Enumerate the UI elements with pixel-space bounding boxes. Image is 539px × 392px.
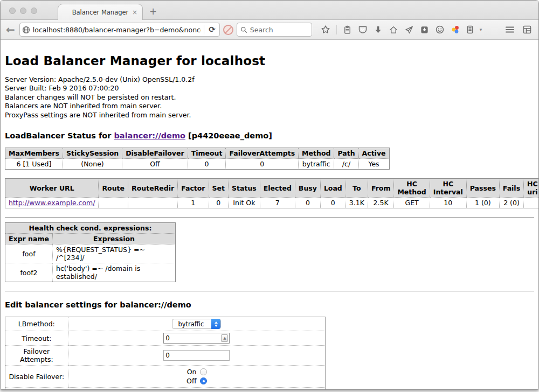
pocket-icon[interactable] [358,25,368,34]
table-header-row: MaxMembers StickySession DisableFailover… [5,148,390,159]
hello-chat-icon[interactable] [435,25,445,34]
search-bar[interactable]: Search [237,23,312,37]
radio-off-label: Off [186,377,196,385]
zoom-window-button[interactable] [31,8,37,14]
server-built-line: Server Built: Feb 9 2016 07:00:20 [5,84,534,93]
lbmethod-row: LBmethod: bytraffic [5,317,326,331]
health-title-row: Health check cond. expressions: [5,223,176,234]
cell-disablefailover: Off [122,159,188,170]
health-row: foof2 hc('body') =~ /domain is establish… [5,263,176,282]
reading-list-icon[interactable] [343,25,352,34]
send-tab-icon[interactable] [404,25,414,34]
url-text: localhost:8880/balancer-manager?b=demo&n… [33,26,201,34]
toolbar-separator [336,25,337,34]
col-to: To [345,179,368,198]
cell-expr-name: foof [5,244,53,263]
col-expression: Expression [53,234,176,244]
radio-off[interactable] [200,377,207,384]
minimize-window-button[interactable] [20,8,26,14]
sticky-session-row: Sticky Session: (Use '-' to delete) [5,388,326,389]
downloads-icon[interactable] [374,25,383,34]
chevron-down-icon[interactable]: ▾ [480,27,482,32]
plugin-blocked-icon[interactable] [223,25,233,35]
failover-attempts-row: Failover Attempts: [5,346,326,366]
cell-path: /c/ [334,159,358,170]
tab-balancer-manager[interactable]: Balancer Manager × [58,4,143,20]
container-addon-icon[interactable] [466,25,474,34]
sidebar-grid-icon[interactable] [522,25,532,34]
table-row: 6 [1 Used] (None) Off 0 0 bytraffic /c/ … [5,159,390,170]
cell-expression: hc('body') =~ /domain is established/ [53,263,176,282]
reload-button[interactable]: ⟳ [207,25,217,34]
col-expr-name: Expr name [5,234,53,244]
disable-failover-label: Disable Failover: [5,366,68,388]
col-maxmembers: MaxMembers [5,148,63,159]
edit-settings-heading: Edit balancer settings for balancer://de… [5,300,534,309]
search-icon [240,26,247,33]
col-fails: Fails [499,179,523,198]
colored-dots-addon-icon[interactable] [451,25,460,34]
cell-expr-name: foof2 [5,263,53,282]
radio-on[interactable] [200,368,207,375]
table-header-row: Expr name Expression [5,234,176,244]
cell-method: bytraffic [299,159,334,170]
col-passes: Passes [466,179,499,198]
cell-active: Yes [358,159,389,170]
col-failoverattempts: FailoverAttempts [226,148,299,159]
balancer-demo-link[interactable]: balancer://demo [114,131,185,140]
cell-timeout: 0 [188,159,226,170]
cell-from: 2.5K [368,198,394,208]
cell-failoverattempts: 0 [226,159,299,170]
col-path: Path [334,148,358,159]
timeout-label: Timeout: [5,331,68,346]
save-to-device-icon[interactable] [420,25,429,34]
health-row: foof %{REQUEST_STATUS} =~ /^[234]/ [5,244,176,263]
lbmethod-select[interactable]: bytraffic [172,319,221,329]
cell-elected: 7 [260,198,295,208]
status-heading-suffix: [p4420eeae_demo] [185,131,272,140]
worker-url-link[interactable]: http://www.example.com/ [9,199,95,207]
disable-failover-row: Disable Failover: On Off [5,366,326,388]
col-hc-uri: HC uri [524,179,538,198]
timeout-input[interactable] [163,333,230,344]
col-route: Route [99,179,128,198]
col-worker-url: Worker URL [5,179,99,198]
col-routeredir: RouteRedir [128,179,178,198]
radio-on-label: On [187,368,197,376]
failover-attempts-label: Failover Attempts: [5,346,68,366]
search-placeholder: Search [250,26,273,34]
cell-fails: 2 (0) [499,198,523,208]
close-window-button[interactable] [9,8,16,14]
sticky-session-label: Sticky Session: [5,388,68,389]
health-table-title: Health check cond. expressions: [5,223,176,234]
window-controls [9,8,37,14]
tab-bar: Balancer Manager × + [1,1,538,20]
url-bar[interactable]: localhost:8880/balancer-manager?b=demo&n… [19,23,220,37]
tab-title: Balancer Manager [72,9,129,16]
spinner-icon[interactable]: ▲ [221,334,228,342]
back-button[interactable]: ← [5,25,16,34]
new-tab-button[interactable]: + [149,7,157,16]
browser-window: Balancer Manager × + ← localhost:8880/ba… [0,0,539,390]
col-load: Load [320,179,345,198]
home-icon[interactable] [389,25,398,34]
cell-maxmembers: 6 [1 Used] [5,159,63,170]
tab-close-icon[interactable]: × [132,9,137,16]
failover-attempts-input[interactable] [163,350,230,361]
bookmark-star-icon[interactable] [321,25,330,34]
cell-factor: 1 [178,198,209,208]
page-content: Load Balancer Manager for localhost Serv… [1,40,538,389]
menu-hamburger-icon[interactable] [505,26,515,33]
cell-hc-uri [524,198,538,208]
cell-set: 0 [209,198,228,208]
worker-table: Worker URL Route RouteRedir Factor Set S… [5,178,538,208]
cell-expression: %{REQUEST_STATUS} =~ /^[234]/ [53,244,176,263]
persist-note-line: Balancer changes will NOT be persisted o… [5,93,534,102]
globe-icon [22,26,30,34]
proxypass-note-line: ProxyPass settings are NOT inherited fro… [5,111,534,120]
col-disablefailover: DisableFailover [122,148,188,159]
navigation-toolbar: ← localhost:8880/balancer-manager?b=demo… [1,20,538,40]
col-hc-method: HC Method [394,179,430,198]
col-set: Set [209,179,228,198]
col-timeout: Timeout [188,148,226,159]
